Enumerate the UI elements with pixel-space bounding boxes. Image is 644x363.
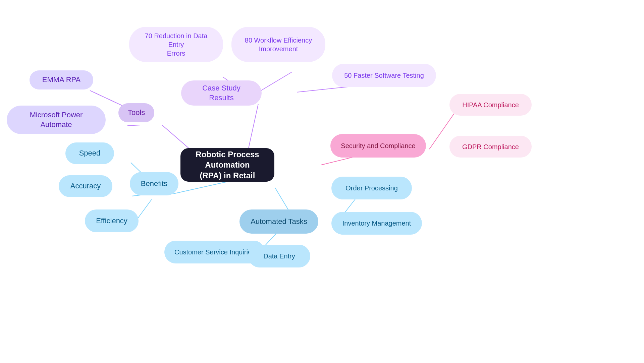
efficiency-node: Efficiency [85,209,139,232]
workflow-node: 80 Workflow Efficiency Improvement [231,27,325,62]
data-entry-node: Data Entry [248,245,310,267]
center-label: Robotic Process Automation (RPA) in Reta… [190,149,265,181]
automated-node: Automated Tasks [239,209,318,234]
ms-power-node: Microsoft Power Automate [7,106,106,134]
faster-testing-node: 50 Faster Software Testing [332,64,436,87]
speed-label: Speed [79,148,101,158]
accuracy-label: Accuracy [70,181,101,191]
hipaa-label: HIPAA Compliance [462,101,519,109]
inventory-label: Inventory Management [342,219,411,228]
workflow-label: 80 Workflow Efficiency Improvement [245,36,312,53]
faster-testing-label: 50 Faster Software Testing [344,71,424,80]
benefits-node: Benefits [130,172,178,195]
security-node: Security and Compliance [330,134,426,158]
speed-node: Speed [65,142,114,164]
gdpr-label: GDPR Compliance [462,142,519,151]
order-proc-label: Order Processing [345,184,398,192]
accuracy-node: Accuracy [59,175,112,197]
emma-rpa-node: EMMA RPA [30,70,93,89]
efficiency-label: Efficiency [96,216,127,226]
benefits-label: Benefits [141,179,168,189]
data-entry-err-node: 70 Reduction in Data Entry Errors [129,27,223,62]
tools-node: Tools [118,103,154,122]
gdpr-node: GDPR Compliance [449,136,532,158]
tools-label: Tools [128,108,145,118]
inventory-node: Inventory Management [331,212,422,235]
case-study-node: Case Study Results [181,80,262,106]
center-node: Robotic Process Automation (RPA) in Reta… [180,148,274,182]
svg-line-10 [173,182,227,194]
customer-svc-label: Customer Service Inquiries [174,248,255,256]
data-entry-err-label: 70 Reduction in Data Entry Errors [139,32,214,58]
case-study-label: Case Study Results [191,83,252,103]
security-label: Security and Compliance [341,141,415,150]
data-entry-label: Data Entry [263,252,295,260]
emma-rpa-label: EMMA RPA [42,75,81,85]
svg-line-4 [258,72,292,92]
automated-label: Automated Tasks [251,217,307,227]
hipaa-node: HIPAA Compliance [449,94,532,116]
order-proc-node: Order Processing [331,177,412,199]
ms-power-label: Microsoft Power Automate [16,110,96,129]
svg-line-2 [127,125,140,126]
svg-line-13 [137,199,152,220]
